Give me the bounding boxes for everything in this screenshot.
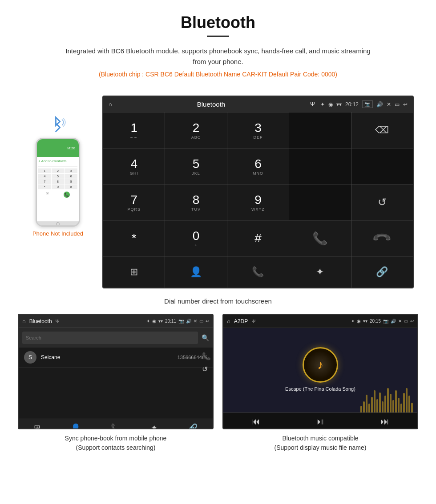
contacts-icon-button[interactable]: 👤 [165, 256, 226, 288]
page-title: Bluetooth [9, 13, 427, 32]
empty-1 [289, 148, 351, 184]
pb-contact-name: Seicane [41, 354, 178, 360]
phone-screen-body: + Add to Contacts 1 2 3 4 5 6 7 8 9 * 0 … [37, 157, 79, 221]
key-9[interactable]: 9 WXYZ [227, 184, 289, 220]
pb-search-icon[interactable]: 🔍 [202, 334, 209, 341]
volume-icon[interactable]: 🔊 [376, 101, 383, 108]
pb-grid-icon[interactable]: ⊞ [34, 423, 40, 430]
phone-key-9: 9 [65, 179, 77, 184]
music-loc-icon: ◉ [357, 319, 361, 324]
phone-key-7: 7 [38, 179, 51, 184]
pb-icons: ✦ ◉ ▾▾ 20:11 📷 🔊 ✕ ▭ ↩ [146, 319, 209, 324]
bluetooth-waves [49, 113, 67, 136]
play-pause-button[interactable]: ⏯ [316, 416, 325, 427]
link-icon-button[interactable]: 🔗 [351, 256, 413, 288]
music-x-icon: ✕ [398, 319, 402, 324]
pb-side-phone-icon[interactable]: 📞 [202, 352, 211, 360]
display-area [289, 112, 351, 148]
pb-side-refresh-icon[interactable]: ↺ [202, 365, 211, 373]
pb-bottom-bar: ⊞ 👤 📞 ✦ 🔗 [19, 419, 213, 429]
music-screenshot: ⌂ A2DP Ψ ✦ ◉ ▾▾ 20:15 📷 🔊 ✕ ▭ ↩ [222, 314, 418, 429]
phone-key-3: 3 [65, 168, 77, 173]
music-caption-line1: Bluetooth music compatible [282, 435, 358, 442]
bt-info: (Bluetooth chip : CSR BC6 Default Blueto… [9, 71, 427, 78]
music-back-icon[interactable]: ↩ [410, 319, 414, 324]
music-block: ⌂ A2DP Ψ ✦ ◉ ▾▾ 20:15 📷 🔊 ✕ ▭ ↩ [222, 314, 418, 455]
phone-key-4: 4 [38, 174, 51, 179]
music-controls: ⏮ ⏯ ⏭ [223, 412, 417, 429]
bluetooth-icon [49, 113, 67, 136]
music-visualizer [360, 386, 413, 412]
status-icons: ✦ ◉ ▾▾ 20:12 📷 🔊 ✕ ▭ ↩ [320, 100, 408, 108]
camera-icon[interactable]: 📷 [362, 100, 373, 108]
key-5[interactable]: 5 JKL [165, 148, 226, 184]
music-vol-icon: 🔊 [391, 319, 396, 324]
key-3[interactable]: 3 DEF [227, 112, 289, 148]
pb-x-icon: ✕ [194, 319, 197, 324]
phonebook-block: ⌂ Bluetooth Ψ ✦ ◉ ▾▾ 20:11 📷 🔊 ✕ ▭ ↩ [18, 314, 214, 455]
phonebook-screenshot: ⌂ Bluetooth Ψ ✦ ◉ ▾▾ 20:11 📷 🔊 ✕ ▭ ↩ [18, 314, 214, 429]
music-body: ♪ Escape (The Pina Colada Song) [223, 328, 417, 412]
pb-status-bar: ⌂ Bluetooth Ψ ✦ ◉ ▾▾ 20:11 📷 🔊 ✕ ▭ ↩ [19, 315, 213, 328]
pb-call-icon[interactable]: 📞 [111, 423, 121, 430]
prev-track-button[interactable]: ⏮ [251, 416, 260, 427]
music-status-icons: ✦ ◉ ▾▾ 20:15 📷 🔊 ✕ ▭ ↩ [351, 319, 414, 324]
description: Integrated with BC6 Bluetooth module, su… [62, 46, 374, 67]
empty-2 [351, 148, 413, 184]
call-green-button[interactable]: 📞 [289, 220, 351, 256]
key-6[interactable]: 6 MNO [227, 148, 289, 184]
pb-contact-row[interactable]: S Seicane 13566664466 [19, 348, 213, 368]
pb-bt-bottom-icon[interactable]: ✦ [151, 423, 157, 430]
key-1[interactable]: 1 ∽∽ [103, 112, 165, 148]
music-time: 20:15 [370, 319, 381, 324]
key-8[interactable]: 8 TUV [165, 184, 226, 220]
phone-key-1: 1 [38, 168, 51, 173]
music-usb-icon: Ψ [251, 319, 255, 324]
dial-section: M:20 + Add to Contacts 1 2 3 4 5 6 7 8 9… [0, 91, 436, 293]
music-status-bar: ⌂ A2DP Ψ ✦ ◉ ▾▾ 20:15 📷 🔊 ✕ ▭ ↩ [223, 315, 417, 328]
dialpad-icon-button[interactable]: ⊞ [103, 256, 165, 288]
phone-home-circle [56, 222, 60, 226]
music-screen-title: A2DP [234, 318, 248, 324]
pb-home-icon[interactable]: ⌂ [22, 318, 26, 324]
redial-button[interactable]: ↺ [351, 184, 413, 220]
music-win-icon: ▭ [404, 319, 408, 324]
phone-home-bar [37, 221, 79, 227]
backspace-button[interactable]: ⌫ [351, 112, 413, 148]
key-4[interactable]: 4 GHI [103, 148, 165, 184]
key-star[interactable]: * [103, 220, 165, 256]
window-icon[interactable]: ▭ [395, 101, 400, 108]
pb-bt-icon: ✦ [146, 319, 150, 324]
bt-status-icon: ✦ [320, 101, 325, 108]
page-header: Bluetooth Integrated with BC6 Bluetooth … [0, 0, 436, 91]
home-icon[interactable]: ⌂ [109, 101, 112, 108]
pb-person-icon[interactable]: 👤 [71, 423, 81, 430]
phone-aside: M:20 + Add to Contacts 1 2 3 4 5 6 7 8 9… [22, 96, 93, 237]
key-7[interactable]: 7 PQRS [103, 184, 165, 220]
bluetooth-icon-button[interactable]: ✦ [289, 256, 351, 288]
key-2[interactable]: 2 ABC [165, 112, 226, 148]
next-track-button[interactable]: ⏭ [380, 416, 389, 427]
dial-status-bar: ⌂ Bluetooth Ψ ✦ ◉ ▾▾ 20:12 📷 🔊 ✕ ▭ ↩ [103, 96, 413, 112]
pb-link-icon[interactable]: 🔗 [188, 423, 198, 430]
empty-3 [289, 184, 351, 220]
close-icon[interactable]: ✕ [387, 101, 391, 108]
call-log-icon-button[interactable]: 📞 [227, 256, 289, 288]
phone-key-5: 5 [52, 174, 65, 179]
phonebook-caption: Sync phone-book from mobile phone (Suppo… [18, 429, 214, 455]
pb-back-icon[interactable]: ↩ [206, 319, 209, 324]
pb-title: Bluetooth [29, 318, 52, 324]
title-underline [207, 36, 229, 37]
key-hash[interactable]: # [227, 220, 289, 256]
call-red-button[interactable]: 📞 [351, 220, 413, 256]
key-0[interactable]: 0 + [165, 220, 226, 256]
back-icon[interactable]: ↩ [403, 101, 408, 108]
music-bt-icon: ✦ [351, 319, 355, 324]
pb-contact-list: S Seicane 13566664466 📞 ↺ [19, 348, 213, 419]
bottom-screenshots: ⌂ Bluetooth Ψ ✦ ◉ ▾▾ 20:11 📷 🔊 ✕ ▭ ↩ [0, 314, 436, 464]
music-home-icon[interactable]: ⌂ [227, 318, 230, 324]
pb-loc-icon: ◉ [152, 319, 156, 324]
pb-sidebar-icons: 📞 ↺ [202, 352, 211, 373]
music-song-name: Escape (The Pina Colada Song) [285, 386, 355, 392]
pb-search-input[interactable] [22, 332, 198, 344]
